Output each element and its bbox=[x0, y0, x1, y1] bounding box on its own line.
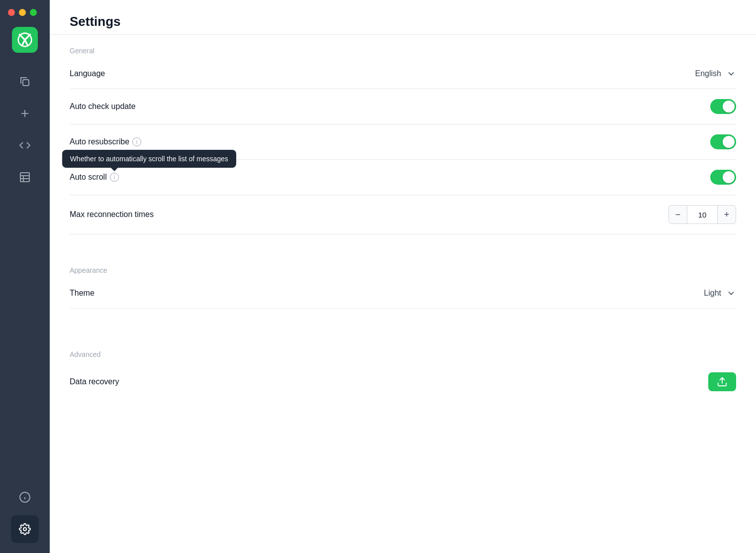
minimize-dot[interactable] bbox=[19, 9, 26, 16]
svg-rect-1 bbox=[23, 80, 29, 86]
sidebar-item-table[interactable] bbox=[11, 163, 39, 191]
stepper-increment-button[interactable]: + bbox=[717, 205, 736, 224]
settings-row-language: Language English bbox=[70, 59, 736, 89]
settings-row-data-recovery: Data recovery bbox=[70, 362, 736, 401]
auto-scroll-label: Auto scroll i Whether to automatically s… bbox=[70, 173, 119, 182]
close-dot[interactable] bbox=[8, 9, 15, 16]
max-reconnection-label: Max reconnection times bbox=[70, 210, 154, 219]
sidebar-item-info[interactable] bbox=[11, 483, 39, 511]
theme-dropdown[interactable]: Light bbox=[704, 288, 736, 298]
settings-row-auto-check-update: Auto check update bbox=[70, 89, 736, 124]
gear-icon bbox=[19, 523, 31, 535]
max-reconnection-stepper: − 10 + bbox=[668, 205, 736, 224]
data-recovery-upload-button[interactable] bbox=[708, 372, 736, 391]
settings-row-theme: Theme Light bbox=[70, 278, 736, 309]
language-value: English bbox=[695, 69, 721, 78]
section-label-appearance: Appearance bbox=[70, 254, 736, 278]
data-recovery-label: Data recovery bbox=[70, 377, 119, 386]
svg-point-11 bbox=[23, 528, 26, 531]
sidebar-item-settings[interactable] bbox=[11, 515, 39, 543]
svg-rect-4 bbox=[20, 173, 29, 182]
settings-content: General Language English Auto check upda… bbox=[50, 35, 756, 553]
info-icon bbox=[19, 491, 31, 503]
chevron-down-icon bbox=[726, 69, 736, 79]
stepper-decrement-button[interactable]: − bbox=[668, 205, 687, 224]
add-icon bbox=[19, 108, 31, 119]
settings-row-auto-resubscribe: Auto resubscribe i bbox=[70, 124, 736, 160]
sidebar-item-add[interactable] bbox=[11, 100, 39, 127]
logo-icon bbox=[17, 32, 33, 48]
language-label: Language bbox=[70, 69, 105, 78]
code-icon bbox=[19, 139, 31, 151]
page-header: Settings bbox=[50, 0, 756, 35]
main-content: Settings General Language English Auto c… bbox=[50, 0, 756, 553]
sidebar-bottom bbox=[11, 483, 39, 553]
sidebar-nav bbox=[11, 68, 39, 483]
auto-scroll-info-container: i Whether to automatically scroll the li… bbox=[110, 173, 119, 182]
maximize-dot[interactable] bbox=[30, 9, 37, 16]
settings-row-max-reconnection: Max reconnection times − 10 + bbox=[70, 195, 736, 234]
theme-label: Theme bbox=[70, 289, 94, 298]
auto-check-update-label: Auto check update bbox=[70, 102, 136, 111]
auto-check-update-toggle[interactable] bbox=[710, 99, 736, 114]
auto-resubscribe-info-icon[interactable]: i bbox=[132, 137, 141, 146]
page-title: Settings bbox=[70, 14, 736, 29]
theme-value: Light bbox=[704, 289, 721, 298]
upload-icon bbox=[717, 376, 728, 387]
sidebar-item-clone[interactable] bbox=[11, 68, 39, 96]
auto-scroll-toggle[interactable] bbox=[710, 170, 736, 185]
section-label-advanced: Advanced bbox=[70, 338, 736, 362]
settings-row-auto-scroll: Auto scroll i Whether to automatically s… bbox=[70, 160, 736, 195]
sidebar-item-code[interactable] bbox=[11, 131, 39, 159]
app-logo bbox=[12, 27, 38, 53]
titlebar-dots bbox=[0, 0, 45, 25]
language-dropdown[interactable]: English bbox=[695, 69, 736, 79]
chevron-down-icon bbox=[726, 288, 736, 298]
sidebar bbox=[0, 0, 50, 553]
section-label-general: General bbox=[70, 35, 736, 59]
auto-scroll-info-icon[interactable]: i bbox=[110, 173, 119, 182]
auto-resubscribe-label: Auto resubscribe i bbox=[70, 137, 141, 146]
auto-resubscribe-toggle[interactable] bbox=[710, 134, 736, 149]
stepper-value: 10 bbox=[687, 205, 717, 224]
clone-icon bbox=[19, 76, 31, 88]
table-icon bbox=[19, 171, 31, 183]
